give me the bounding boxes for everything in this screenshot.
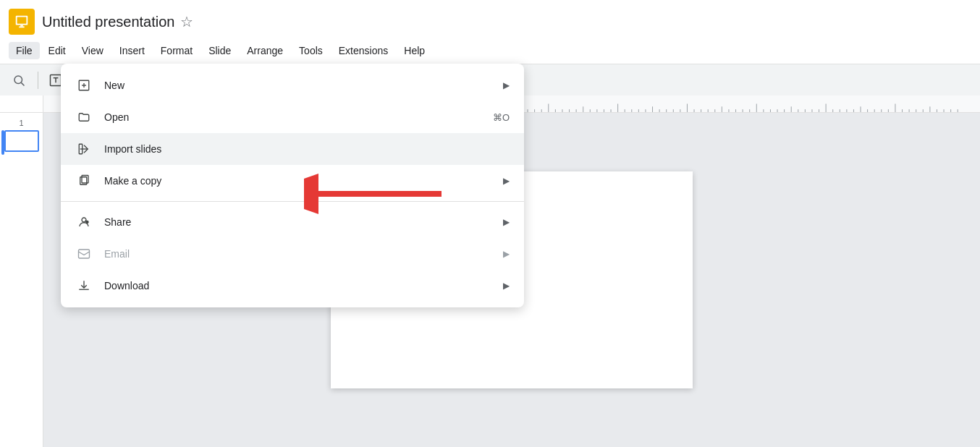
submenu-arrow-new: ▶ bbox=[503, 80, 510, 90]
menu-item-tools[interactable]: Tools bbox=[292, 42, 330, 59]
svg-rect-3 bbox=[20, 25, 23, 27]
search-button[interactable] bbox=[6, 69, 32, 92]
submenu-arrow-download: ▶ bbox=[503, 281, 510, 291]
svg-rect-156 bbox=[79, 250, 90, 258]
menu-label-download: Download bbox=[104, 280, 497, 291]
menu-item-insert[interactable]: Insert bbox=[112, 42, 152, 59]
svg-rect-1 bbox=[17, 17, 27, 24]
slide-panel: 1 bbox=[0, 113, 43, 447]
share-icon bbox=[75, 213, 93, 231]
svg-rect-151 bbox=[80, 177, 87, 185]
svg-line-5 bbox=[21, 82, 24, 85]
download-icon bbox=[75, 277, 93, 294]
menu-item-import-slides[interactable]: Import slides bbox=[61, 133, 524, 165]
file-dropdown-menu: New ▶ Open ⌘O Import slides bbox=[61, 64, 524, 307]
menu-item-download[interactable]: Download ▶ bbox=[61, 270, 524, 302]
app-icon bbox=[9, 9, 35, 35]
menu-item-edit[interactable]: Edit bbox=[41, 42, 73, 59]
menu-item-open[interactable]: Open ⌘O bbox=[61, 101, 524, 133]
dropdown-divider-1 bbox=[61, 201, 524, 202]
title-bar: Untitled presentation ☆ bbox=[0, 0, 980, 38]
menu-item-view[interactable]: View bbox=[75, 42, 111, 59]
menu-item-arrange[interactable]: Arrange bbox=[240, 42, 290, 59]
menu-item-email: Email ▶ bbox=[61, 238, 524, 270]
menu-label-new: New bbox=[104, 80, 497, 91]
star-icon[interactable]: ☆ bbox=[180, 13, 193, 30]
slide-number: 1 bbox=[19, 119, 23, 127]
document-title: Untitled presentation bbox=[42, 14, 174, 30]
menu-item-help[interactable]: Help bbox=[397, 42, 432, 59]
menu-item-file[interactable]: File bbox=[9, 42, 40, 59]
submenu-arrow-copy: ▶ bbox=[503, 176, 510, 186]
submenu-arrow-share: ▶ bbox=[503, 217, 510, 227]
menu-label-make-copy: Make a copy bbox=[104, 175, 497, 187]
menu-item-make-copy[interactable]: Make a copy ▶ bbox=[61, 165, 524, 197]
import-icon bbox=[75, 140, 93, 158]
svg-rect-2 bbox=[19, 26, 24, 27]
svg-rect-152 bbox=[82, 176, 88, 184]
svg-point-153 bbox=[82, 218, 86, 222]
svg-point-4 bbox=[14, 76, 22, 84]
menu-label-import-slides: Import slides bbox=[104, 143, 510, 155]
toolbar-separator-1 bbox=[38, 72, 38, 89]
submenu-arrow-email: ▶ bbox=[503, 249, 510, 259]
menu-item-extensions[interactable]: Extensions bbox=[331, 42, 395, 59]
menu-item-format[interactable]: Format bbox=[153, 42, 200, 59]
new-icon bbox=[75, 77, 93, 94]
email-icon bbox=[75, 245, 93, 263]
menu-label-share: Share bbox=[104, 216, 497, 228]
menu-label-email: Email bbox=[104, 248, 497, 260]
copy-icon bbox=[75, 172, 93, 190]
shortcut-open: ⌘O bbox=[493, 112, 510, 123]
menu-item-slide[interactable]: Slide bbox=[201, 42, 238, 59]
folder-icon bbox=[75, 108, 93, 126]
menu-item-new[interactable]: New ▶ bbox=[61, 69, 524, 101]
menu-label-open: Open bbox=[104, 111, 478, 123]
menu-item-share[interactable]: Share ▶ bbox=[61, 206, 524, 238]
menu-bar: File Edit View Insert Format Slide Arran… bbox=[0, 38, 980, 64]
slide-thumbnail[interactable] bbox=[4, 130, 39, 152]
